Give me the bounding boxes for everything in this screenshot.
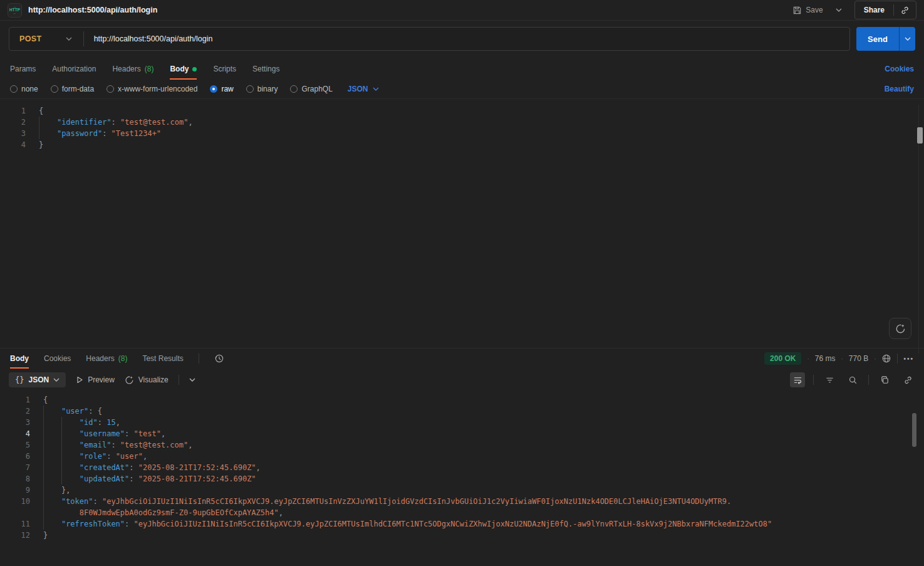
indent-guide xyxy=(61,462,80,473)
code-text[interactable]: "user": { xyxy=(43,406,102,417)
tab-body[interactable]: Body xyxy=(10,349,29,369)
header-actions: Save Share xyxy=(787,1,916,19)
link-icon[interactable] xyxy=(900,372,915,387)
tab-params[interactable]: Params xyxy=(10,58,36,80)
code-line: 9 }, xyxy=(0,485,924,496)
indent-guide xyxy=(43,462,61,473)
code-text[interactable]: }, xyxy=(43,485,70,496)
tab-count: (8) xyxy=(118,354,128,363)
code-text[interactable]: "createdAt": "2025-08-21T17:52:45.690Z", xyxy=(43,462,261,473)
url-bar: POST xyxy=(9,27,850,51)
code-text[interactable]: } xyxy=(39,139,43,150)
code-line: 5 "email": "test@test.com", xyxy=(0,439,924,451)
copy-link-icon[interactable] xyxy=(894,6,916,15)
tab-settings[interactable]: Settings xyxy=(252,58,279,80)
response-scrollbar-thumb[interactable] xyxy=(912,413,916,447)
line-number: 3 xyxy=(0,128,26,139)
preview-button[interactable]: Preview xyxy=(76,375,115,384)
raw-format-selector[interactable]: JSON xyxy=(348,85,379,93)
code-text[interactable]: "password": "Test1234+" xyxy=(39,128,161,139)
beautify-link[interactable]: Beautify xyxy=(885,85,914,93)
tab-count: (8) xyxy=(145,65,154,73)
cookies-link[interactable]: Cookies xyxy=(885,65,914,73)
code-text[interactable]: { xyxy=(39,105,43,117)
send-button[interactable]: Send xyxy=(856,27,915,51)
code-text[interactable]: "username": "test", xyxy=(43,428,165,439)
body-type-form-data[interactable]: form-data xyxy=(51,85,94,93)
radio-label: GraphQL xyxy=(301,85,332,93)
toolbar-divider xyxy=(813,375,814,385)
copy-icon[interactable] xyxy=(877,372,892,387)
visualize-options-chevron[interactable] xyxy=(189,378,195,382)
filter-icon[interactable] xyxy=(822,372,837,387)
send-label[interactable]: Send xyxy=(856,27,899,51)
visualize-button[interactable]: Visualize xyxy=(125,375,169,385)
more-options-button[interactable]: ••• xyxy=(903,355,914,362)
code-line: 7 "createdAt": "2025-08-21T17:52:45.690Z… xyxy=(0,462,924,473)
request-scrollbar-thumb[interactable] xyxy=(917,127,923,144)
code-text[interactable]: { xyxy=(43,394,48,406)
code-text[interactable]: "token": "eyJhbGciOiJIUzI1NiIsInR5cCI6Ik… xyxy=(43,496,731,507)
tab-authorization[interactable]: Authorization xyxy=(52,58,96,80)
code-line: 3 "password": "Test1234+" xyxy=(0,128,924,139)
tab-test-results[interactable]: Test Results xyxy=(142,349,183,369)
unsaved-dot-icon xyxy=(192,67,197,71)
indent-guide xyxy=(39,128,57,139)
method-label: POST xyxy=(19,34,42,43)
code-text[interactable]: "identifier": "test@test.com", xyxy=(39,117,193,128)
share-group: Share xyxy=(854,1,916,19)
body-type-x-www-form-urlencoded[interactable]: x-www-form-urlencoded xyxy=(106,85,197,93)
response-body-editor[interactable]: 1{2 "user": {3 "id": 15,4 "username": "t… xyxy=(0,391,924,541)
code-text[interactable]: "refreshToken": "eyJhbGciOiJIUzI1NiIsInR… xyxy=(43,518,772,530)
tab-label: Test Results xyxy=(142,354,183,363)
tab-headers[interactable]: Headers(8) xyxy=(112,58,153,80)
response-history-icon[interactable] xyxy=(214,354,224,364)
network-globe-icon[interactable] xyxy=(881,354,891,364)
code-text[interactable]: "role": "user", xyxy=(43,451,147,462)
indent-guide xyxy=(43,518,61,530)
visualize-sparkle-icon xyxy=(125,375,134,385)
line-number: 4 xyxy=(0,428,30,439)
save-button[interactable]: Save xyxy=(787,3,828,18)
code-text[interactable]: "id": 15, xyxy=(43,417,120,428)
separator-dot: · xyxy=(807,355,809,362)
code-text[interactable]: "updatedAt": "2025-08-21T17:52:45.690Z" xyxy=(43,473,256,485)
tab-headers[interactable]: Headers(8) xyxy=(86,349,127,369)
body-type-graphql[interactable]: GraphQL xyxy=(290,85,332,93)
share-button[interactable]: Share xyxy=(855,6,893,14)
request-tabs: ParamsAuthorizationHeaders(8)BodyScripts… xyxy=(0,58,924,80)
indent-guide xyxy=(43,473,61,485)
body-type-binary[interactable]: binary xyxy=(246,85,278,93)
save-label: Save xyxy=(806,6,823,14)
body-type-none[interactable]: none xyxy=(10,85,38,93)
postbot-button[interactable] xyxy=(889,318,911,339)
radio-icon xyxy=(246,85,254,93)
code-line: 3 "id": 15, xyxy=(0,417,924,428)
method-selector[interactable]: POST xyxy=(9,28,83,50)
indent-guide xyxy=(39,117,57,128)
line-number: 9 xyxy=(0,485,30,496)
body-type-raw[interactable]: raw xyxy=(210,85,233,93)
indent-guide xyxy=(43,485,61,496)
send-options-chevron[interactable] xyxy=(899,27,915,51)
url-input[interactable] xyxy=(84,34,849,43)
tab-cookies[interactable]: Cookies xyxy=(44,349,71,369)
line-number: 6 xyxy=(0,451,30,462)
save-options-chevron[interactable] xyxy=(832,5,846,15)
code-text[interactable]: 8F0WJmdwEpbA0odGz9smF-Z0-9upGbEOfCxpAYAZ… xyxy=(43,507,283,518)
response-section: BodyCookiesHeaders(8)Test Results 200 OK… xyxy=(0,348,924,541)
search-icon[interactable] xyxy=(845,372,860,387)
request-body-editor[interactable]: 1{2 "identifier": "test@test.com",3 "pas… xyxy=(0,98,924,348)
tab-scripts[interactable]: Scripts xyxy=(213,58,236,80)
wrap-text-button[interactable] xyxy=(790,372,805,387)
response-format-selector[interactable]: {} JSON xyxy=(9,372,66,387)
http-method-icon: → HTTP ← xyxy=(8,3,22,18)
line-number: 11 xyxy=(0,518,30,530)
code-text[interactable]: "email": "test@test.com", xyxy=(43,439,192,451)
indent-guide xyxy=(43,439,61,451)
body-type-bar: noneform-datax-www-form-urlencodedrawbin… xyxy=(0,80,924,98)
status-badge[interactable]: 200 OK xyxy=(764,352,801,365)
tab-body[interactable]: Body xyxy=(170,58,197,80)
code-text[interactable]: } xyxy=(43,530,48,541)
tab-label: Cookies xyxy=(44,354,71,363)
